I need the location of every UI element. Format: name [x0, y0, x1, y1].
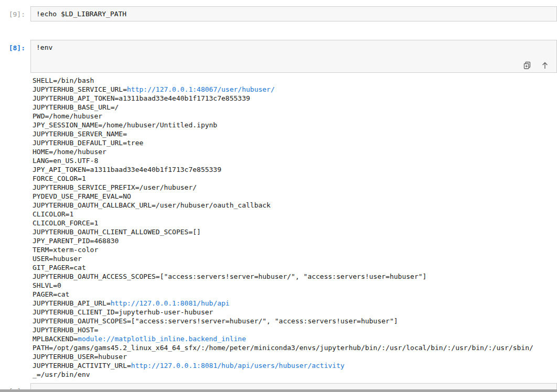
- cell-input-code: !echo $LD_LIBRARY_PATH: [36, 10, 126, 18]
- output-line: JUPYTERHUB_SERVER_NAME=: [33, 129, 557, 138]
- env-url-link[interactable]: module://matplotlib_inline.backend_inlin…: [78, 335, 246, 343]
- env-url-link[interactable]: http://127.0.0.1:8081/hub/api/users/hubu…: [131, 362, 345, 369]
- output-line: JUPYTERHUB_DEFAULT_URL=tree: [33, 138, 557, 147]
- env-var-prefix: JUPYTERHUB_API_URL=: [33, 299, 111, 307]
- output-line: JUPYTERHUB_HOST=: [33, 325, 557, 334]
- output-line: _=/usr/bin/env: [33, 370, 557, 379]
- cell-input-editor[interactable]: !env: [30, 40, 557, 73]
- output-line: USER=hubuser: [33, 254, 557, 263]
- output-line: GIT_PAGER=cat: [33, 263, 557, 272]
- output-line: JUPYTERHUB_SERVICE_PREFIX=/user/hubuser/: [33, 183, 557, 192]
- output-line: SHLVL=0: [33, 281, 557, 290]
- cell-input-code: !env: [36, 43, 52, 51]
- output-line: MPLBACKEND=module://matplotlib_inline.ba…: [33, 334, 557, 343]
- output-line: SHELL=/bin/bash: [33, 76, 557, 85]
- output-prompt-gutter: [0, 76, 30, 379]
- output-line: JUPYTERHUB_API_TOKEN=a1311baad33e4e40b1f…: [33, 94, 557, 103]
- output-line: JUPYTERHUB_OAUTH_CLIENT_ALLOWED_SCOPES=[…: [33, 227, 557, 236]
- cell-prompt: [8]:: [0, 40, 30, 52]
- env-url-link[interactable]: http://127.0.0.1:8081/hub/api: [111, 299, 230, 307]
- output-line: JUPYTERHUB_CLIENT_ID=jupyterhub-user-hub…: [33, 308, 557, 317]
- output-line: PATH=/opt/gams/gams45.2_linux_x64_64_sfx…: [33, 343, 557, 352]
- output-line: JUPYTERHUB_OAUTH_ACCESS_SCOPES=["access:…: [33, 272, 557, 281]
- output-line: JUPYTERHUB_API_URL=http://127.0.0.1:8081…: [33, 299, 557, 308]
- env-var-prefix: MPLBACKEND=: [33, 335, 78, 343]
- cell-output-lines: SHELL=/bin/bashJUPYTERHUB_SERVICE_URL=ht…: [30, 76, 557, 379]
- output-line: JUPYTERHUB_ACTIVITY_URL=http://127.0.0.1…: [33, 361, 557, 370]
- horizontal-scrollbar[interactable]: [0, 389, 557, 392]
- output-line: LANG=en_US.UTF-8: [33, 156, 557, 165]
- output-line: JUPYTERHUB_SERVICE_URL=http://127.0.0.1:…: [33, 85, 557, 94]
- output-line: JPY_SESSION_NAME=/home/hubuser/Untitled.…: [33, 121, 557, 129]
- output-line: JUPYTERHUB_OAUTH_SCOPES=["access:servers…: [33, 317, 557, 325]
- env-url-link[interactable]: http://127.0.0.1:48067/user/hubuser/: [127, 85, 275, 93]
- move-cell-up-icon[interactable]: [541, 43, 549, 52]
- output-line: PAGER=cat: [33, 290, 557, 299]
- output-line: TERM=xterm-color: [33, 245, 557, 254]
- cell-input-row: [8]: !env: [0, 40, 557, 73]
- output-line: JPY_API_TOKEN=a1311baad33e4e40b1f1713c7e…: [33, 165, 557, 174]
- duplicate-cell-icon[interactable]: [523, 43, 531, 52]
- cell-prompt: [9]:: [0, 6, 30, 19]
- output-line: PYDEVD_USE_FRAME_EVAL=NO: [33, 192, 557, 201]
- output-line: PWD=/home/hubuser: [33, 112, 557, 121]
- output-line: CLICOLOR_FORCE=1: [33, 219, 557, 227]
- env-var-prefix: JUPYTERHUB_ACTIVITY_URL=: [33, 362, 131, 369]
- output-line: FORCE_COLOR=1: [33, 174, 557, 183]
- code-cell-8: [8]: !env: [0, 40, 557, 379]
- output-line: CLICOLOR=1: [33, 210, 557, 219]
- output-line: HOME=/home/hubuser: [33, 147, 557, 156]
- output-line: JUPYTERHUB_USER=hubuser: [33, 352, 557, 361]
- cell-input-editor[interactable]: !echo $LD_LIBRARY_PATH: [30, 6, 557, 21]
- notebook: [9]: !echo $LD_LIBRARY_PATH [8]: !env: [0, 0, 557, 392]
- code-cell-9: [9]: !echo $LD_LIBRARY_PATH: [0, 0, 557, 21]
- cell-output: SHELL=/bin/bashJUPYTERHUB_SERVICE_URL=ht…: [0, 76, 557, 379]
- output-line: JPY_PARENT_PID=468830: [33, 236, 557, 245]
- output-line: JUPYTERHUB_BASE_URL=/: [33, 103, 557, 112]
- cell-toolbar: [523, 43, 549, 52]
- output-line: JUPYTERHUB_OAUTH_CALLBACK_URL=/user/hubu…: [33, 201, 557, 210]
- env-var-prefix: JUPYTERHUB_SERVICE_URL=: [33, 85, 127, 93]
